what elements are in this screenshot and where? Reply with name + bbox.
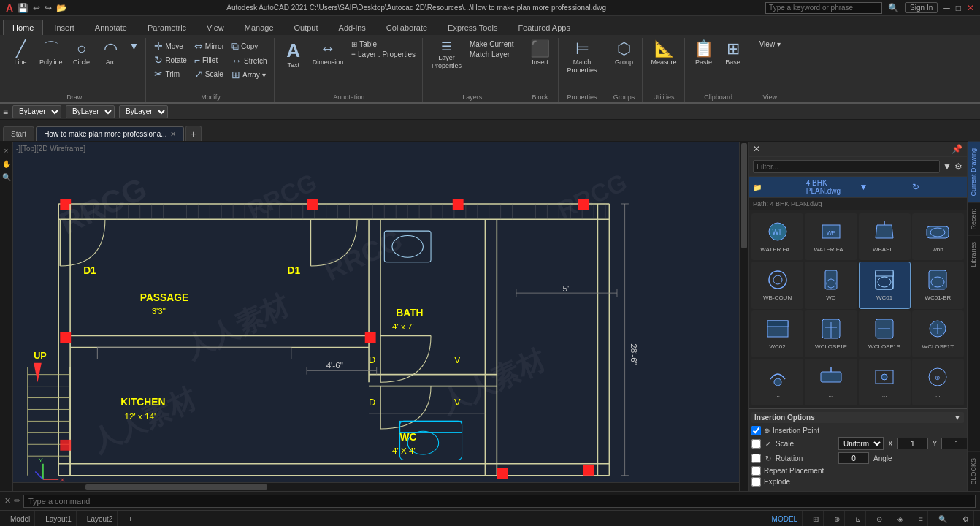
filter-input[interactable] — [753, 160, 940, 173]
model-status-btn[interactable]: MODEL — [767, 511, 803, 526]
group-button[interactable]: ⬡ Group — [611, 39, 638, 68]
file-dropdown[interactable]: ▼ — [860, 182, 910, 192]
canvas-hscroll[interactable] — [13, 482, 739, 491]
tab-collaborate[interactable]: Collaborate — [377, 20, 437, 35]
block-wc02[interactable]: WC02 — [751, 310, 803, 357]
polyline-button[interactable]: ⌒ Polyline — [37, 39, 66, 68]
trim-button[interactable]: ✂ Trim — [152, 67, 188, 80]
block-extra4[interactable]: ⊕ ... — [912, 359, 964, 405]
model-tab-btn[interactable]: Model — [6, 511, 35, 526]
osnap-btn[interactable]: ◈ — [893, 511, 908, 526]
block-wclosf1f[interactable]: WCLOSF1F — [805, 310, 857, 357]
tab-view[interactable]: View — [197, 20, 234, 35]
block-water-fa-2[interactable]: WF WATER FA... — [805, 213, 857, 260]
insert-button[interactable]: ⬛ Insert — [527, 39, 554, 68]
tab-manage[interactable]: Manage — [235, 20, 283, 35]
quick-access-redo[interactable]: ↪ — [45, 3, 52, 13]
tab-annotate[interactable]: Annotate — [85, 20, 137, 35]
panel-tab-current-drawing[interactable]: Current Drawing — [968, 142, 980, 202]
insertion-point-checkbox[interactable] — [751, 426, 761, 435]
canvas-area[interactable]: -][Top][2D Wireframe] RRCG 人人素材 RRCG 人人素… — [13, 142, 748, 491]
strip-snap[interactable]: × — [1, 145, 12, 156]
ortho-btn[interactable]: ⊾ — [851, 511, 866, 526]
block-wc[interactable]: WC — [805, 262, 857, 308]
layer-properties-button[interactable]: ☰ LayerProperties — [429, 39, 464, 72]
base-button[interactable]: ⊞ Base — [720, 39, 746, 68]
panel-tab-libraries[interactable]: Libraries — [968, 235, 980, 273]
match-props-button[interactable]: ⊨ MatchProperties — [564, 39, 600, 76]
strip-zoom[interactable]: 🔍 — [1, 171, 12, 183]
text-button[interactable]: A Text — [280, 39, 307, 71]
block-wbasi[interactable]: WBASI... — [859, 213, 911, 260]
copy-button[interactable]: ⧉ Copy — [229, 39, 269, 53]
grid-btn[interactable]: ⊞ — [808, 511, 824, 526]
command-pen[interactable]: ✏ — [14, 496, 20, 506]
snap-btn[interactable]: ⊕ — [830, 511, 845, 526]
maximize-button[interactable]: □ — [956, 3, 961, 13]
measure-button[interactable]: 📐 Measure — [648, 39, 680, 68]
fillet-button[interactable]: ⌐ Fillet — [192, 53, 226, 66]
canvas-vscroll[interactable] — [739, 142, 748, 491]
search-input[interactable] — [765, 2, 882, 14]
circle-button[interactable]: ○ Circle — [69, 39, 95, 68]
block-extra2[interactable]: ... — [805, 359, 857, 405]
color-select[interactable]: ByLayer — [66, 105, 115, 118]
table-button[interactable]: ⊞ Table — [349, 39, 418, 49]
rotate-button[interactable]: ↻ Rotate — [152, 53, 188, 66]
layer-select[interactable]: ByLayer — [12, 105, 61, 118]
explode-checkbox[interactable] — [751, 477, 761, 487]
panel-pin[interactable]: 📌 — [952, 144, 962, 154]
tab-featured[interactable]: Featured Apps — [508, 20, 580, 35]
rotation-input[interactable] — [838, 452, 869, 464]
draw-dropdown[interactable]: ▼ — [127, 39, 142, 53]
zoom-btn[interactable]: 🔍 — [934, 511, 952, 526]
block-wbb[interactable]: wbb — [912, 213, 964, 260]
lineweight-btn[interactable]: ≡ — [914, 511, 928, 526]
stretch-button[interactable]: ↔ Stretch — [229, 54, 269, 67]
tab-home[interactable]: Home — [3, 20, 43, 35]
make-current-button[interactable]: Make Current — [467, 39, 516, 49]
filter-dropdown[interactable]: ▼ — [943, 161, 952, 172]
tab-output[interactable]: Output — [285, 20, 328, 35]
block-extra1[interactable]: ... — [751, 359, 803, 405]
strip-pan[interactable]: ✋ — [1, 158, 12, 169]
match-layer-button[interactable]: Match Layer — [467, 50, 516, 59]
tab-drawing[interactable]: How to make plan more professiona... ✕ — [36, 126, 183, 141]
quick-access-save[interactable]: 💾 — [18, 3, 28, 13]
arc-button[interactable]: ◠ Arc — [98, 39, 124, 68]
tab-add[interactable]: + — [185, 126, 202, 141]
file-sync[interactable]: ↻ — [912, 182, 962, 192]
search-icon[interactable]: 🔍 — [888, 3, 899, 13]
line-button[interactable]: ╱ Line — [7, 39, 34, 68]
block-extra3[interactable]: ... — [859, 359, 911, 405]
panel-close[interactable]: ✕ — [753, 144, 760, 154]
paste-button[interactable]: 📋 Paste — [691, 39, 717, 68]
block-water-fa-1[interactable]: WF WATER FA... — [751, 213, 803, 260]
workspace-btn[interactable]: ⚙ — [958, 511, 974, 526]
linetype-select[interactable]: ByLayer — [119, 105, 168, 118]
close-button[interactable]: ✕ — [967, 3, 974, 13]
tab-start[interactable]: Start — [3, 126, 34, 141]
array-button[interactable]: ⊞ Array ▾ — [229, 68, 269, 81]
command-x[interactable]: ✕ — [4, 496, 11, 506]
quick-access-open[interactable]: 📂 — [56, 3, 67, 13]
rotation-checkbox[interactable] — [751, 454, 761, 463]
quick-access-undo[interactable]: ↩ — [33, 3, 40, 13]
polar-btn[interactable]: ⊙ — [872, 511, 887, 526]
mirror-button[interactable]: ⇔ Mirror — [192, 39, 226, 53]
panel-tab-blocks[interactable]: BLOCKS — [968, 451, 980, 491]
insertion-title[interactable]: Insertion Options ▼ — [751, 412, 964, 423]
sign-in-button[interactable]: Sign In — [905, 2, 938, 13]
scale-button[interactable]: ⤢ Scale — [192, 67, 226, 80]
layer-props-button[interactable]: ≡ Layer . Properties — [349, 50, 418, 59]
minimize-button[interactable]: ─ — [943, 3, 950, 13]
block-wc01[interactable]: WC01 — [859, 262, 911, 308]
tab-parametric[interactable]: Parametric — [138, 20, 196, 35]
command-input[interactable] — [23, 495, 976, 508]
drawing-tab-close[interactable]: ✕ — [170, 130, 176, 138]
scale-uniform-select[interactable]: Uniform — [838, 437, 884, 450]
panel-tab-recent[interactable]: Recent — [968, 202, 980, 236]
dimension-button[interactable]: ↔ Dimension — [310, 39, 347, 68]
move-button[interactable]: ✛ Move — [152, 39, 188, 53]
block-wc01-br[interactable]: WC01-BR — [912, 262, 964, 308]
